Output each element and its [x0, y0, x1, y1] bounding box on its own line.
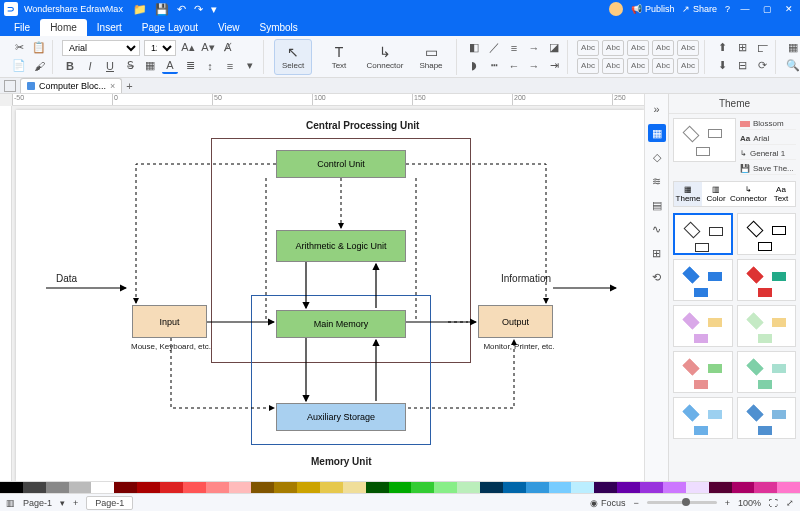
align-more-icon[interactable]: ▾: [242, 58, 258, 74]
alu-box[interactable]: Arithmetic & Logic Unit: [276, 230, 406, 262]
color-swatch[interactable]: [91, 482, 114, 493]
ungroup-icon[interactable]: ⊟: [734, 58, 750, 74]
quick-style-3[interactable]: Abc: [627, 40, 649, 56]
color-swatch[interactable]: [709, 482, 732, 493]
tab-home[interactable]: Home: [40, 19, 87, 36]
endpoints-icon[interactable]: ⇥: [546, 58, 562, 74]
subtab-text[interactable]: AaText: [767, 182, 795, 206]
pages-dropdown-icon[interactable]: ▥: [6, 498, 15, 508]
line-icon[interactable]: ／: [486, 40, 502, 56]
subtab-connector[interactable]: ↳Connector: [730, 182, 767, 206]
connector-panel-icon[interactable]: ∿: [648, 220, 666, 238]
close-button[interactable]: ✕: [782, 4, 796, 14]
output-box[interactable]: Output: [478, 305, 553, 338]
tab-view[interactable]: View: [208, 19, 250, 36]
color-swatch[interactable]: [732, 482, 755, 493]
folder-icon[interactable]: 📁: [133, 3, 147, 16]
quick-style-8[interactable]: Abc: [627, 58, 649, 74]
page-tab[interactable]: Page-1: [86, 496, 133, 510]
font-name-select[interactable]: Arial: [62, 40, 140, 56]
theme-gallery-item[interactable]: [673, 351, 733, 393]
color-swatch[interactable]: [206, 482, 229, 493]
page-indicator[interactable]: Page-1: [23, 498, 52, 508]
history-icon[interactable]: ⟲: [648, 268, 666, 286]
color-swatch[interactable]: [183, 482, 206, 493]
text-tool[interactable]: TText: [320, 39, 358, 75]
color-swatch[interactable]: [777, 482, 800, 493]
input-box[interactable]: Input: [132, 305, 207, 338]
tab-icon[interactable]: [4, 80, 16, 92]
color-swatch[interactable]: [594, 482, 617, 493]
quick-style-2[interactable]: Abc: [602, 40, 624, 56]
color-swatch[interactable]: [754, 482, 777, 493]
bullets-icon[interactable]: ≣: [182, 58, 198, 74]
subtab-theme[interactable]: ▦Theme: [674, 182, 702, 206]
color-swatch[interactable]: [526, 482, 549, 493]
zoom-slider[interactable]: [647, 501, 717, 504]
italic-icon[interactable]: I: [82, 58, 98, 74]
theme-gallery-item[interactable]: [737, 213, 797, 255]
theme-row-blossom[interactable]: Blossom: [740, 118, 796, 130]
color-swatch[interactable]: [411, 482, 434, 493]
dash-icon[interactable]: ┅: [486, 58, 502, 74]
theme-preview-image[interactable]: [673, 118, 736, 162]
color-swatch[interactable]: [297, 482, 320, 493]
theme-gallery-item[interactable]: [673, 259, 733, 301]
color-swatch[interactable]: [137, 482, 160, 493]
color-swatch[interactable]: [617, 482, 640, 493]
layers-icon[interactable]: ≋: [648, 172, 666, 190]
page-nav-dropdown[interactable]: ▾: [60, 498, 65, 508]
add-page-button[interactable]: +: [73, 498, 78, 508]
format-painter-icon[interactable]: 🖌: [31, 58, 47, 74]
select-tool[interactable]: ↖Select: [274, 39, 312, 75]
tab-symbols[interactable]: Symbols: [250, 19, 308, 36]
to-front-icon[interactable]: ⬆: [714, 40, 730, 56]
clear-format-icon[interactable]: A̸: [220, 40, 236, 56]
theme-row-connector[interactable]: ↳General 1: [740, 148, 796, 160]
help-icon[interactable]: ?: [725, 4, 730, 14]
user-avatar[interactable]: [609, 2, 623, 16]
color-swatch[interactable]: [343, 482, 366, 493]
copy-icon[interactable]: 📋: [31, 40, 47, 56]
color-swatch[interactable]: [320, 482, 343, 493]
redo-icon[interactable]: ↷: [194, 3, 203, 16]
subtab-color[interactable]: ▥Color: [702, 182, 730, 206]
color-swatch[interactable]: [549, 482, 572, 493]
main-memory-box[interactable]: Main Memory: [276, 310, 406, 338]
publish-button[interactable]: 📢 Publish: [631, 4, 674, 14]
end-arrow-icon[interactable]: →: [526, 58, 542, 74]
align-icon[interactable]: ⫍: [754, 40, 770, 56]
theme-gallery-item[interactable]: [737, 259, 797, 301]
shadow-icon[interactable]: ◪: [546, 40, 562, 56]
fullscreen-icon[interactable]: ⤢: [786, 498, 794, 508]
qat-dropdown-icon[interactable]: ▾: [211, 3, 217, 16]
color-swatch[interactable]: [686, 482, 709, 493]
tab-page-layout[interactable]: Page Layout: [132, 19, 208, 36]
minimize-button[interactable]: —: [738, 4, 752, 14]
line-weight-icon[interactable]: ≡: [506, 40, 522, 56]
quick-style-7[interactable]: Abc: [602, 58, 624, 74]
focus-toggle[interactable]: ◉ Focus: [590, 498, 625, 508]
maximize-button[interactable]: ▢: [760, 4, 774, 14]
color-swatch[interactable]: [640, 482, 663, 493]
bold-icon[interactable]: B: [62, 58, 78, 74]
tab-file[interactable]: File: [4, 19, 40, 36]
rotate-icon[interactable]: ⟳: [754, 58, 770, 74]
color-swatch[interactable]: [46, 482, 69, 493]
start-arrow-icon[interactable]: ←: [506, 58, 522, 74]
zoom-in-button[interactable]: +: [725, 498, 730, 508]
color-swatch[interactable]: [69, 482, 92, 493]
underline-icon[interactable]: U: [102, 58, 118, 74]
paste-icon[interactable]: 📄: [11, 58, 27, 74]
increase-font-icon[interactable]: A▴: [180, 40, 196, 56]
highlight-icon[interactable]: ▦: [142, 58, 158, 74]
tab-insert[interactable]: Insert: [87, 19, 132, 36]
font-color-icon[interactable]: A: [162, 58, 178, 74]
page-panel-icon[interactable]: ▤: [648, 196, 666, 214]
close-tab-icon[interactable]: ×: [110, 81, 115, 91]
theme-gallery-item[interactable]: [673, 397, 733, 439]
color-swatch[interactable]: [229, 482, 252, 493]
color-swatch[interactable]: [457, 482, 480, 493]
color-swatch[interactable]: [114, 482, 137, 493]
color-swatch[interactable]: [434, 482, 457, 493]
